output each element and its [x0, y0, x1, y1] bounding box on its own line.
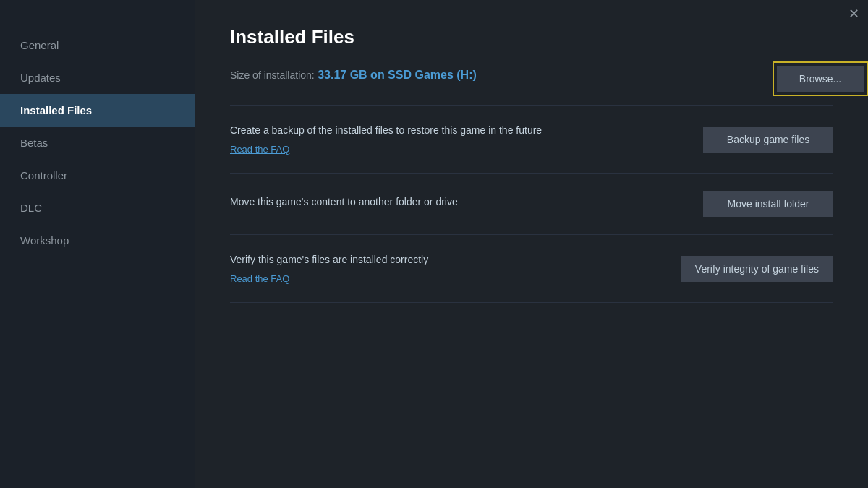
verify-integrity-button[interactable]: Verify integrity of game files — [681, 256, 833, 282]
backup-description: Create a backup of the installed files t… — [230, 123, 703, 155]
install-size-row: Size of installation: 33.17 GB on SSD Ga… — [230, 69, 833, 82]
verify-section-row: Verify this game's files are installed c… — [230, 234, 833, 303]
backup-description-text: Create a backup of the installed files t… — [230, 123, 674, 138]
close-button[interactable]: ✕ — [848, 6, 859, 22]
browse-button-wrapper: Browse... — [773, 61, 868, 96]
verify-description: Verify this game's files are installed c… — [230, 252, 681, 285]
browse-button[interactable]: Browse... — [777, 66, 864, 92]
install-size-text: Size of installation: 33.17 GB on SSD Ga… — [230, 69, 477, 82]
sidebar-item-controller[interactable]: Controller — [0, 159, 195, 192]
main-layout: General Updates Installed Files Betas Co… — [0, 0, 868, 488]
sidebar-item-workshop[interactable]: Workshop — [0, 224, 195, 257]
move-description: Move this game's content to another fold… — [230, 194, 703, 214]
sidebar-item-betas[interactable]: Betas — [0, 127, 195, 159]
backup-game-files-button[interactable]: Backup game files — [703, 127, 833, 153]
app-window: ✕ General Updates Installed Files Betas … — [0, 0, 868, 488]
sidebar-item-dlc[interactable]: DLC — [0, 192, 195, 224]
install-size-label: Size of installation: — [230, 69, 315, 81]
verify-description-text: Verify this game's files are installed c… — [230, 252, 652, 267]
install-size-value: 33.17 GB on SSD Games (H:) — [318, 69, 477, 81]
sidebar-item-general[interactable]: General — [0, 29, 195, 61]
move-install-folder-button[interactable]: Move install folder — [703, 191, 833, 217]
sidebar-item-installed-files[interactable]: Installed Files — [0, 94, 195, 127]
backup-faq-link[interactable]: Read the FAQ — [230, 144, 289, 155]
sidebar: General Updates Installed Files Betas Co… — [0, 0, 195, 488]
verify-faq-link[interactable]: Read the FAQ — [230, 273, 289, 284]
main-content: Installed Files Size of installation: 33… — [195, 0, 868, 488]
page-title: Installed Files — [230, 26, 833, 48]
move-section-row: Move this game's content to another fold… — [230, 173, 833, 234]
sidebar-item-updates[interactable]: Updates — [0, 61, 195, 94]
move-description-text: Move this game's content to another fold… — [230, 194, 674, 210]
backup-section-row: Create a backup of the installed files t… — [230, 105, 833, 173]
